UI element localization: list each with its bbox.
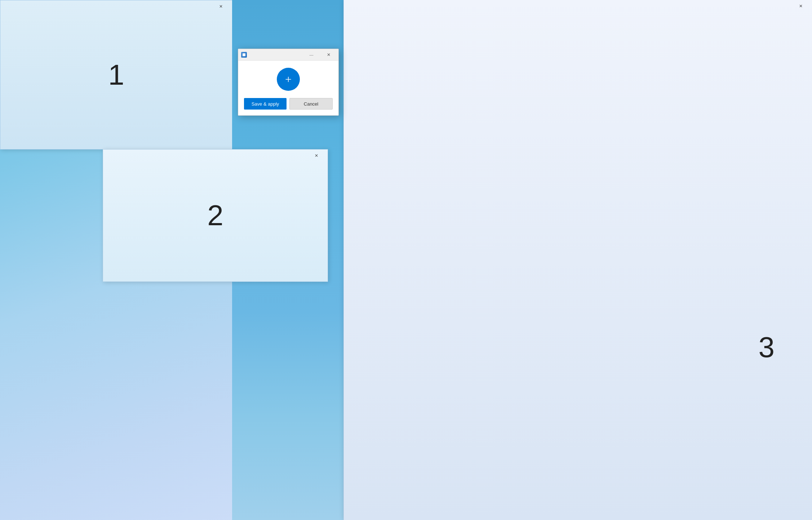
plus-icon: + bbox=[285, 74, 292, 85]
window-2: ✕ 2 bbox=[103, 149, 328, 282]
dialog-actions: Save & apply Cancel bbox=[244, 98, 333, 110]
dialog-body: + Save & apply Cancel bbox=[238, 61, 338, 115]
dialog-titlebar: — ✕ bbox=[238, 49, 338, 61]
window-2-number: 2 bbox=[207, 199, 223, 232]
window-3-number: 3 bbox=[759, 331, 775, 364]
dialog-controls: — ✕ bbox=[303, 49, 337, 61]
save-apply-button[interactable]: Save & apply bbox=[244, 98, 287, 110]
window-1: ✕ 1 bbox=[0, 0, 232, 150]
dialog-close-button[interactable]: ✕ bbox=[320, 50, 337, 60]
dialog-minimize-button[interactable]: — bbox=[303, 50, 320, 60]
window-1-titlebar: ✕ bbox=[0, 0, 232, 13]
cancel-button[interactable]: Cancel bbox=[289, 98, 333, 110]
dialog-app-icon bbox=[241, 52, 247, 58]
dialog: — ✕ + Save & apply Cancel bbox=[238, 49, 339, 116]
add-button[interactable]: + bbox=[277, 68, 300, 91]
window-3: ✕ 3 bbox=[343, 0, 812, 520]
window-1-close-button[interactable]: ✕ bbox=[213, 1, 229, 12]
window-3-close-button[interactable]: ✕ bbox=[793, 0, 809, 12]
window-2-titlebar: ✕ bbox=[103, 150, 328, 162]
window-3-titlebar: ✕ bbox=[344, 0, 812, 12]
window-2-close-button[interactable]: ✕ bbox=[308, 150, 325, 161]
window-1-number: 1 bbox=[108, 58, 124, 92]
